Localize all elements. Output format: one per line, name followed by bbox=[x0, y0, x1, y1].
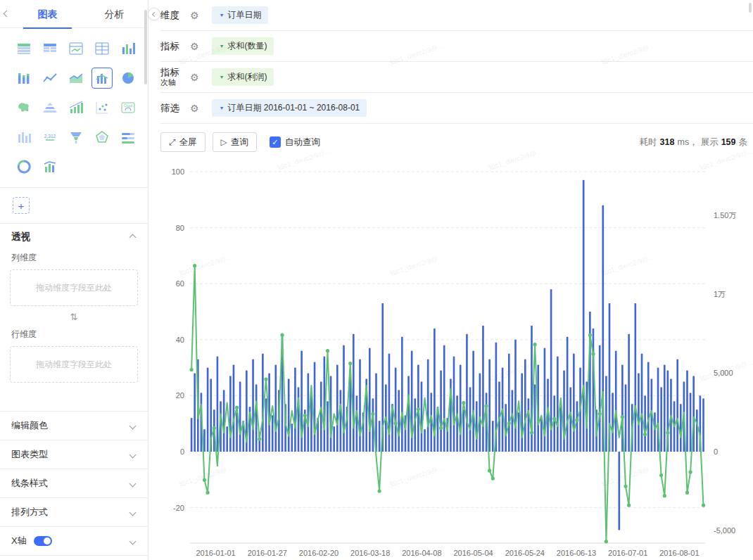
sidebar-tabs: 图表 分析 bbox=[0, 0, 148, 28]
x-axis-toggle[interactable] bbox=[34, 536, 52, 546]
fullscreen-button[interactable]: ⤢ 全屏 bbox=[160, 132, 205, 152]
chevron-down-icon bbox=[129, 537, 137, 545]
svg-text:2016-07-01: 2016-07-01 bbox=[608, 549, 647, 557]
section-label: X轴 bbox=[11, 535, 27, 547]
row-dimension-dropzone[interactable]: 拖动维度字段至此处 bbox=[10, 346, 138, 383]
main-scrollbar-thumb[interactable] bbox=[749, 3, 752, 13]
chart-type-polygon-icon[interactable] bbox=[91, 127, 113, 148]
svg-text:2016-06-13: 2016-06-13 bbox=[557, 549, 596, 557]
chart-type-table-icon[interactable] bbox=[39, 38, 61, 59]
chart-type-area-icon[interactable] bbox=[65, 68, 87, 89]
chevron-up-icon bbox=[129, 234, 137, 241]
dropzone-placeholder: 拖动维度字段至此处 bbox=[36, 359, 112, 371]
gear-icon[interactable]: ⚙ bbox=[190, 41, 199, 52]
query-button[interactable]: ▷ 查询 bbox=[213, 132, 257, 152]
config-row-label-sub: 次轴 bbox=[160, 78, 186, 87]
tab-analysis-label: 分析 bbox=[105, 8, 125, 20]
svg-text:-20: -20 bbox=[173, 504, 184, 512]
time-unit: ms， bbox=[677, 136, 697, 148]
chart-type-progress-icon[interactable] bbox=[118, 127, 139, 148]
svg-text:40: 40 bbox=[176, 336, 184, 344]
chart-type-summary-table-icon[interactable] bbox=[91, 38, 113, 59]
chevron-down-icon bbox=[129, 509, 137, 516]
chart-type-mini-combo-icon[interactable] bbox=[39, 156, 61, 177]
chart-type-funnel-icon[interactable] bbox=[65, 127, 87, 148]
chart-type-pie-icon[interactable] bbox=[118, 68, 139, 89]
chart-type-crosstab-icon[interactable] bbox=[13, 38, 34, 59]
chart-type-map-icon[interactable] bbox=[13, 97, 34, 118]
panel-collapse-button[interactable] bbox=[148, 8, 160, 20]
chart-type-wave-bars-icon[interactable] bbox=[65, 97, 87, 118]
tab-analysis[interactable]: 分析 bbox=[81, 0, 148, 28]
chevron-left-icon bbox=[151, 11, 156, 16]
chart-type-line-icon[interactable] bbox=[39, 68, 61, 89]
chart-type-donut-icon[interactable] bbox=[13, 156, 34, 177]
chart-type-trend-table-icon[interactable] bbox=[65, 38, 87, 59]
chart-type-kpi-icon[interactable]: 2,312 bbox=[39, 127, 61, 148]
chart-type-stacked-column-icon[interactable] bbox=[13, 68, 34, 89]
add-chart-row: + bbox=[0, 188, 148, 224]
chart-type-bars-light-icon[interactable] bbox=[13, 127, 34, 148]
sidebar-section-arrangement[interactable]: 排列方式 bbox=[0, 497, 148, 526]
sidebar-collapse-icon[interactable] bbox=[4, 11, 11, 18]
field-chip-order-date[interactable]: ▼ 订单日期 bbox=[212, 6, 269, 24]
chart-type-gauge-icon[interactable]: Cloud bbox=[118, 97, 139, 118]
config-row-dimension: 维度 ⚙ ▼ 订单日期 bbox=[160, 0, 753, 31]
gridlines bbox=[190, 172, 705, 508]
svg-text:1.50万: 1.50万 bbox=[714, 211, 736, 219]
sidebar-section-edit-colors[interactable]: 编辑颜色 bbox=[0, 411, 148, 440]
sidebar: 图表 分析 Cloud2,312 + 透视 列维度 拖动维度字段至此处 ⇅ 行维… bbox=[0, 0, 148, 560]
svg-text:80: 80 bbox=[176, 224, 184, 232]
svg-text:-5,000: -5,000 bbox=[714, 526, 735, 535]
field-chip-sum-quantity[interactable]: ▼ 求和(数量) bbox=[212, 37, 274, 55]
sidebar-scrollbar-thumb[interactable] bbox=[144, 10, 147, 84]
play-icon: ▷ bbox=[221, 137, 227, 147]
gear-icon[interactable]: ⚙ bbox=[190, 10, 199, 21]
chart-type-column-icon[interactable] bbox=[118, 38, 139, 59]
x-axis-labels: 2016-01-012016-01-272016-02-202016-03-18… bbox=[196, 549, 699, 557]
chart-type-layer-icon[interactable] bbox=[39, 97, 61, 118]
field-chip-sum-profit[interactable]: ▼ 求和(利润) bbox=[212, 68, 274, 86]
svg-text:2016-05-04: 2016-05-04 bbox=[453, 549, 493, 557]
sidebar-section-line-style[interactable]: 线条样式 bbox=[0, 469, 148, 497]
combo-chart[interactable]: -20020406080100-5,00005,0001万1.50万2016-0… bbox=[149, 160, 753, 560]
config-row-label: 指标 bbox=[160, 41, 186, 52]
svg-text:20: 20 bbox=[176, 391, 184, 400]
svg-text:2016-02-20: 2016-02-20 bbox=[299, 549, 338, 557]
svg-text:0: 0 bbox=[180, 447, 184, 456]
chevron-down-icon bbox=[129, 422, 137, 429]
svg-text:2,312: 2,312 bbox=[44, 134, 56, 139]
svg-text:2016-05-24: 2016-05-24 bbox=[505, 549, 545, 557]
field-chip-label: 订单日期 2016-01-01 ~ 2016-08-01 bbox=[227, 102, 360, 114]
add-chart-button[interactable]: + bbox=[13, 197, 30, 214]
fullscreen-icon: ⤢ bbox=[169, 137, 176, 147]
swap-icon[interactable]: ⇅ bbox=[70, 312, 78, 322]
column-dimension-dropzone[interactable]: 拖动维度字段至此处 bbox=[10, 269, 138, 306]
pivot-title: 透视 bbox=[11, 231, 30, 243]
pivot-section-header[interactable]: 透视 bbox=[0, 224, 148, 250]
auto-query-checkbox[interactable]: ✓ bbox=[270, 136, 281, 148]
field-chip-filter-date-range[interactable]: ▼ 订单日期 2016-01-01 ~ 2016-08-01 bbox=[212, 99, 367, 117]
swap-dimensions-row: ⇅ bbox=[0, 306, 148, 327]
sidebar-section-chart-type[interactable]: 图表类型 bbox=[0, 440, 148, 469]
svg-text:2016-08-01: 2016-08-01 bbox=[659, 549, 699, 557]
gear-icon[interactable]: ⚙ bbox=[190, 103, 199, 114]
chart-toolbar: ⤢ 全屏 ▷ 查询 ✓ 自动查询 耗时 318 ms， 展示 159 条 bbox=[160, 124, 753, 160]
svg-text:60: 60 bbox=[176, 279, 184, 288]
tab-charts[interactable]: 图表 bbox=[14, 0, 81, 28]
sidebar-section-x-axis[interactable]: X轴 bbox=[0, 526, 148, 555]
gear-icon[interactable]: ⚙ bbox=[190, 72, 199, 83]
chart-type-combo-icon[interactable] bbox=[91, 68, 113, 89]
column-dimension-label: 列维度 bbox=[0, 250, 148, 269]
line-series bbox=[190, 264, 706, 543]
section-label: 排列方式 bbox=[11, 506, 48, 518]
config-row-label: 筛选 bbox=[160, 103, 186, 114]
bi-chart-builder: 图表 分析 Cloud2,312 + 透视 列维度 拖动维度字段至此处 ⇅ 行维… bbox=[0, 0, 753, 560]
chart-type-scatter-icon[interactable] bbox=[91, 97, 113, 118]
config-row-label: 维度 bbox=[160, 10, 186, 21]
config-row-measure-secondary: 指标 次轴 ⚙ ▼ 求和(利润) bbox=[160, 62, 753, 93]
svg-text:2016-03-18: 2016-03-18 bbox=[350, 549, 390, 557]
tab-charts-label: 图表 bbox=[38, 8, 58, 20]
chart-type-grid: Cloud2,312 bbox=[0, 28, 148, 188]
sidebar-section-y-axis-primary[interactable]: Y轴 主轴 bbox=[0, 555, 148, 560]
